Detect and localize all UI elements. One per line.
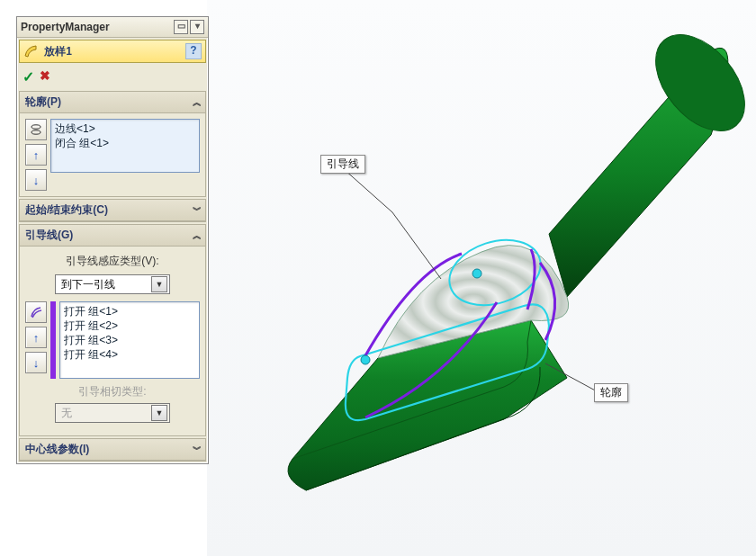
list-item[interactable]: 边线<1>: [55, 121, 195, 136]
influence-type-label: 引导线感应类型(V):: [25, 254, 200, 269]
group-guide-curves: 引导线(G) ︽ 引导线感应类型(V): 到下一引线 ▼ ↑ ↓ 打开 组<1: [19, 224, 206, 436]
confirm-bar: ✓ ✖: [17, 65, 208, 89]
move-down-button[interactable]: ↓: [25, 352, 47, 373]
svg-point-2: [472, 269, 482, 278]
chevron-down-icon: ▼: [151, 276, 167, 292]
group-start-end-header[interactable]: 起始/结束约束(C) ︾: [20, 200, 205, 221]
collapse-icon: ︽: [193, 96, 200, 109]
move-down-button[interactable]: ↓: [25, 169, 47, 191]
group-centerline: 中心线参数(I) ︾: [19, 438, 206, 462]
panel-titlebar: PropertyManager ▭▾: [17, 17, 208, 38]
graphics-viewport[interactable]: 引导线 轮廓: [207, 0, 756, 556]
panel-title: PropertyManager: [21, 21, 110, 33]
group-start-end: 起始/结束约束(C) ︾: [19, 199, 206, 222]
move-up-button[interactable]: ↑: [25, 327, 47, 348]
guide-selector-icon[interactable]: [25, 301, 47, 323]
move-up-button[interactable]: ↑: [25, 144, 47, 166]
ok-button[interactable]: ✓: [22, 68, 34, 85]
expand-icon: ︾: [193, 444, 200, 456]
group-centerline-header[interactable]: 中心线参数(I) ︾: [20, 439, 205, 461]
group-profiles-header[interactable]: 轮廓(P) ︽: [20, 92, 205, 113]
loft-icon: [23, 44, 38, 58]
influence-type-combo[interactable]: 到下一引线 ▼: [55, 274, 170, 294]
group-guide-header[interactable]: 引导线(G) ︽: [20, 225, 205, 247]
feature-header: 放样1 ?: [19, 40, 206, 63]
list-item[interactable]: 打开 组<2>: [64, 318, 195, 333]
list-item[interactable]: 打开 组<3>: [64, 333, 195, 347]
panel-pin-icon[interactable]: ▭▾: [174, 20, 204, 34]
list-item[interactable]: 打开 组<4>: [64, 347, 195, 362]
expand-icon: ︾: [193, 204, 200, 217]
svg-point-4: [32, 125, 40, 129]
callout-profile: 轮廓: [594, 383, 628, 402]
tangent-type-combo: 无 ▼: [55, 403, 170, 423]
collapse-icon: ︽: [193, 229, 200, 242]
profiles-listbox[interactable]: 边线<1> 闭合 组<1>: [50, 119, 200, 173]
profile-selector-icon[interactable]: [25, 119, 47, 140]
svg-point-3: [361, 355, 370, 364]
list-item[interactable]: 闭合 组<1>: [55, 136, 195, 150]
help-button[interactable]: ?: [185, 43, 202, 59]
callout-guide-line: 引导线: [320, 155, 365, 174]
list-item[interactable]: 打开 组<1>: [64, 304, 195, 318]
property-manager-panel: PropertyManager ▭▾ 放样1 ? ✓ ✖ 轮廓(P) ︽: [16, 16, 209, 464]
cancel-button[interactable]: ✖: [40, 68, 50, 85]
chevron-down-icon: ▼: [151, 405, 167, 421]
tangent-type-label: 引导相切类型:: [25, 384, 200, 399]
guide-listbox[interactable]: 打开 组<1> 打开 组<2> 打开 组<3> 打开 组<4>: [59, 301, 200, 379]
feature-name: 放样1: [44, 45, 72, 58]
group-profiles: 轮廓(P) ︽ ↑ ↓ 边线<1> 闭合 组<1>: [19, 91, 206, 197]
guide-color-indicator: [50, 301, 56, 379]
svg-point-5: [32, 130, 40, 134]
